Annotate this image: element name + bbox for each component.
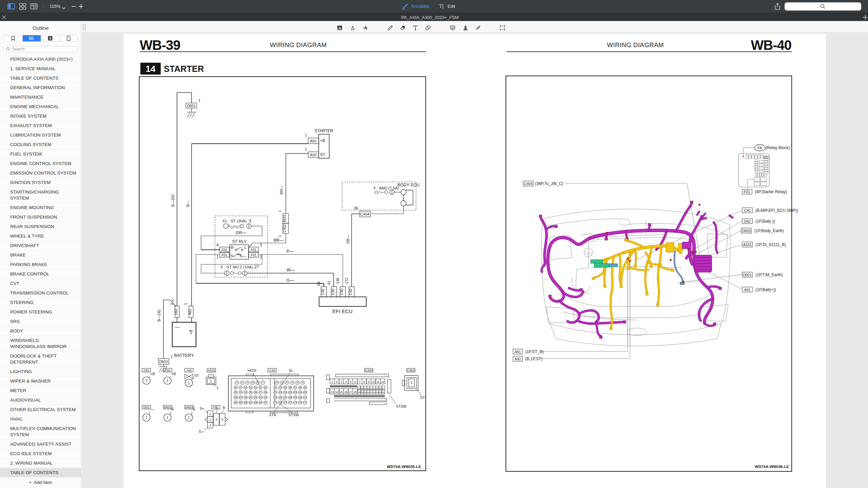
svg-text:A91: A91 — [165, 368, 171, 372]
svg-text:164: 164 — [234, 401, 238, 404]
svg-text:SL: SL — [289, 368, 293, 372]
svg-text:(Relay Block): (Relay Block) — [766, 145, 790, 150]
svg-text:27: 27 — [262, 381, 264, 384]
svg-text:STSW: STSW — [289, 413, 299, 417]
svg-text:A91: A91 — [515, 350, 521, 354]
svg-text:165: 165 — [239, 401, 242, 404]
svg-text:8: 8 — [363, 381, 365, 384]
svg-text:(1P,T/M_Earth): (1P,T/M_Earth) — [755, 272, 783, 277]
svg-text:4: 4 — [216, 243, 219, 247]
svg-text:ST: ST — [320, 152, 326, 157]
svg-text:C404: C404 — [365, 368, 373, 372]
svg-text:64: 64 — [317, 282, 321, 286]
svg-text:A61: A61 — [143, 368, 149, 372]
svg-text:F01: F01 — [221, 248, 228, 252]
svg-text:1: 1 — [145, 379, 147, 383]
svg-text:5: 5 — [221, 418, 223, 421]
svg-text:3: 3 — [209, 424, 211, 427]
svg-text:31: 31 — [291, 381, 294, 384]
svg-text:GR—: GR— — [236, 230, 246, 235]
svg-text:ST: ST — [420, 395, 425, 400]
svg-text:F01: F01 — [744, 190, 750, 194]
svg-text:171: 171 — [274, 401, 277, 404]
svg-text:16: 16 — [344, 391, 348, 394]
svg-text:36: 36 — [382, 391, 384, 393]
svg-text:136: 136 — [278, 396, 282, 399]
svg-text:134: 134 — [264, 396, 268, 399]
svg-text:128: 128 — [234, 396, 238, 399]
svg-text:96: 96 — [254, 391, 257, 393]
svg-text:STARTER: STARTER — [315, 128, 333, 133]
svg-text:129: 129 — [239, 396, 242, 399]
svg-text:65: 65 — [284, 386, 287, 389]
svg-text:B: B — [231, 245, 234, 249]
svg-text:103: 103 — [293, 391, 297, 393]
svg-text:WD74A-WB035-LE: WD74A-WB035-LE — [387, 465, 421, 469]
svg-text:D603: D603 — [185, 405, 193, 409]
svg-text:S+: S+ — [231, 254, 236, 258]
svg-text:28: 28 — [275, 381, 278, 384]
svg-text:A61: A61 — [188, 309, 192, 315]
svg-text:12: 12 — [381, 381, 384, 384]
svg-text:+B: +B — [189, 329, 193, 334]
svg-text:C40: C40 — [331, 288, 335, 295]
svg-text:60: 60 — [254, 386, 257, 389]
svg-text:11: 11 — [376, 381, 379, 384]
svg-text:A: A — [49, 37, 52, 40]
svg-text:2: 2 — [336, 381, 338, 384]
svg-text:L: L — [244, 245, 247, 249]
svg-text:STSW: STSW — [396, 404, 406, 408]
svg-text:E: E — [193, 407, 195, 411]
svg-text:169: 169 — [259, 401, 262, 404]
svg-text:A531: A531 — [208, 368, 215, 372]
svg-text:D603: D603 — [742, 229, 750, 233]
svg-text:166: 166 — [244, 401, 248, 404]
svg-text:61: 61 — [259, 386, 262, 389]
svg-text:93: 93 — [239, 391, 242, 393]
svg-text:31: 31 — [367, 391, 370, 393]
svg-text:(1P,Batt(-)): (1P,Batt(-)) — [755, 219, 775, 224]
svg-text:FA: FA — [757, 146, 762, 150]
svg-text:23: 23 — [370, 387, 373, 389]
svg-text:2: 2 — [260, 255, 262, 259]
svg-text:1: 1 — [305, 147, 307, 151]
svg-text:24: 24 — [373, 387, 375, 389]
svg-text:26: 26 — [257, 381, 259, 384]
svg-text:167: 167 — [249, 401, 253, 404]
svg-text:1: 1 — [166, 416, 169, 420]
svg-text:W—: W— — [287, 268, 295, 272]
svg-text:C404: C404 — [360, 212, 369, 216]
svg-text:—: — — [175, 324, 180, 330]
svg-text:97: 97 — [259, 391, 262, 393]
svg-text:32: 32 — [370, 391, 373, 393]
svg-text:139: 139 — [293, 396, 297, 399]
svg-text:22: 22 — [236, 381, 238, 384]
svg-text:17: 17 — [349, 391, 352, 394]
svg-text:22: 22 — [367, 387, 370, 389]
svg-text:19: 19 — [358, 387, 360, 389]
svg-text:170: 170 — [264, 401, 268, 404]
svg-text:D601: D601 — [743, 273, 751, 277]
svg-text:26: 26 — [379, 387, 381, 389]
svg-text:1: 1 — [210, 380, 212, 383]
svg-text:176: 176 — [298, 401, 302, 404]
svg-text:C40: C40 — [340, 288, 344, 295]
svg-text:1: 1 — [216, 255, 219, 259]
svg-text:BR—: BR— — [279, 185, 283, 195]
svg-text:62: 62 — [264, 386, 267, 389]
svg-text:(B,1P,ST): (B,1P,ST) — [525, 357, 542, 361]
svg-text:S—: S— — [199, 429, 205, 433]
svg-text:C404: C404 — [524, 182, 532, 186]
svg-text:1: 1 — [278, 210, 282, 212]
svg-text:140: 140 — [298, 396, 302, 399]
svg-text:104: 104 — [298, 391, 302, 393]
svg-text:67: 67 — [294, 386, 297, 389]
svg-text:9: 9 — [368, 381, 370, 384]
svg-text:28: 28 — [358, 391, 360, 393]
svg-text:F : ST NO.2 (10A): F : ST NO.2 (10A) — [221, 265, 253, 269]
svg-text:F01: F01 — [221, 253, 228, 257]
svg-text:14: 14 — [146, 64, 156, 74]
svg-text:132: 132 — [254, 396, 257, 399]
svg-text:61: 61 — [327, 281, 331, 285]
svg-text:94: 94 — [244, 391, 247, 393]
